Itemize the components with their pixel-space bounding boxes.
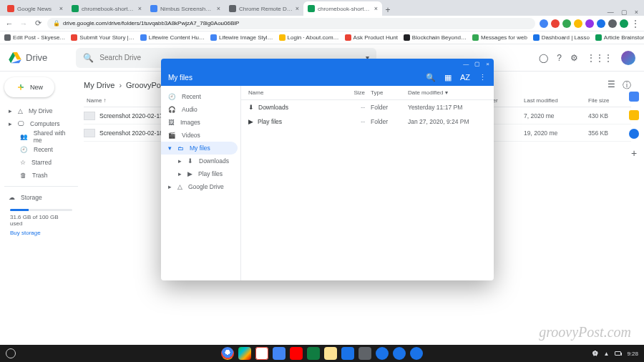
extensions: ⋮ [540,19,640,29]
close-icon[interactable]: × [486,61,489,67]
extension-icon[interactable] [597,19,605,28]
col-date[interactable]: Date modified ▾ [408,89,487,96]
chrome-icon[interactable] [221,347,234,360]
close-window-icon[interactable]: × [635,9,638,16]
sheets-icon[interactable] [307,347,320,360]
col-type[interactable]: Type [365,89,408,96]
close-icon[interactable]: × [138,5,142,12]
browser-tab[interactable]: Nimbus Screenshot App - Chro…× [146,1,225,16]
extension-icon[interactable] [608,19,617,28]
url-text: drive.google.com/drive/folders/1tuvqabb3… [63,20,239,26]
bookmark-item[interactable]: Dashboard | Lasso [533,34,590,41]
close-icon[interactable]: × [59,5,63,12]
bookmark-item[interactable]: Submit Your Story |… [71,34,134,41]
files-side-images[interactable]: 🖼Images [161,116,240,129]
sidebar-item-storage[interactable]: ☁Storage [4,191,78,204]
minimize-icon[interactable]: — [463,61,469,67]
buy-storage-link[interactable]: Buy storage [4,230,78,236]
sidebar-item-trash[interactable]: 🗑Trash [4,169,78,182]
extension-icon[interactable] [551,19,560,28]
close-icon[interactable]: × [296,5,299,12]
breadcrumb-item[interactable]: My Drive [84,81,114,89]
bookmark-item[interactable]: Ask Product Hunt [345,34,398,41]
settings-icon[interactable]: ⚙ [570,53,578,63]
bookmark-item[interactable]: Article Brainstormi… [595,34,644,41]
search-icon[interactable]: 🔍 [426,73,436,82]
bookmark-item[interactable]: Login · About.com… [279,34,339,41]
extension-icon[interactable] [540,19,548,28]
more-icon[interactable]: ⋮ [479,73,487,82]
sidebar-item-computers[interactable]: ▸🖵Computers [4,117,78,130]
sidebar-item-mydrive[interactable]: ▸△My Drive [4,104,78,117]
extension-icon[interactable] [562,19,571,28]
forward-button[interactable]: → [19,19,29,29]
app-icon[interactable] [376,347,389,360]
tasks-icon[interactable] [629,129,639,139]
app-icon[interactable] [358,347,371,360]
extension-icon[interactable] [620,19,628,28]
close-icon[interactable]: × [374,5,378,12]
bookmark-item[interactable]: Messages for web [472,34,527,41]
close-icon[interactable]: × [217,5,220,12]
play-store-icon[interactable] [238,347,251,360]
back-button[interactable]: ← [4,19,14,29]
add-icon[interactable]: + [631,147,637,159]
keep-icon[interactable] [629,110,639,120]
messages-icon[interactable] [341,347,354,360]
help-icon[interactable]: ? [557,53,562,63]
files-side-myfiles[interactable]: ▾🗀My files [161,142,238,155]
address-bar[interactable]: 🔒 drive.google.com/drive/folders/1tuvqab… [47,18,535,29]
files-side-videos[interactable]: 🎬Videos [161,129,240,142]
bookmark-item[interactable]: Edit Post - Skyese… [4,34,65,41]
files-side-audio[interactable]: 🎧Audio [161,103,240,116]
browser-tab[interactable]: Chrome Remote Desktop× [225,1,303,16]
files-side-gdrive[interactable]: ▸△Google Drive [161,180,240,193]
gmail-icon[interactable] [255,347,268,360]
apps-icon[interactable]: ⋮⋮⋮ [587,53,613,63]
maximize-icon[interactable]: ▢ [621,9,628,16]
files-row[interactable]: ▶Play files -- Folder Jan 27, 2020, 9:24… [241,114,494,129]
sidebar-item-shared[interactable]: 👥Shared with me [4,130,78,143]
minimize-icon[interactable]: — [608,9,614,16]
reload-button[interactable]: ⟳ [33,19,43,29]
sidebar-item-starred[interactable]: ☆Starred [4,156,78,169]
bookmark-item[interactable]: Lifewire Image Styl… [210,34,273,41]
browser-tab[interactable]: chromebook-shortcuts - Goog…× [67,1,146,16]
docs-icon[interactable] [273,347,286,360]
files-row[interactable]: ⬇Downloads -- Folder Yesterday 11:17 PM [241,100,494,114]
calendar-icon[interactable] [629,92,639,102]
list-view-icon[interactable]: ☰ [608,79,615,92]
col-size[interactable]: Size [336,89,365,96]
youtube-icon[interactable] [290,347,303,360]
sidebar-item-recent[interactable]: 🕘Recent [4,143,78,156]
view-toggle-icon[interactable]: ▦ [444,73,452,82]
drive-logo[interactable]: Drive [9,52,47,64]
new-tab-button[interactable]: + [382,4,394,16]
support-icon[interactable]: ◯ [539,53,548,63]
maximize-icon[interactable]: ▢ [474,61,480,67]
files-side-playfiles[interactable]: ▸▶Play files [161,167,240,180]
browser-tab-active[interactable]: chromebook-shortcuts - Goog…× [303,1,382,16]
launcher-button[interactable] [6,348,16,358]
browser-tab[interactable]: Google News× [3,1,67,16]
menu-icon[interactable]: ⋮ [631,19,640,29]
extension-icon[interactable] [574,19,582,28]
tab-label: Nimbus Screenshot App - Chro… [160,6,214,12]
system-tray[interactable]: ⓿ ▲ 9:28 [592,351,639,357]
extension-icon[interactable] [585,19,594,28]
bookmark-item[interactable]: Blockchain Beyond… [404,34,467,41]
col-modified[interactable]: Last modified [524,97,588,104]
app-icon[interactable] [324,347,337,360]
notification-icon[interactable]: ⓿ [592,351,598,357]
files-icon[interactable] [393,347,406,360]
sidebar-label: Trash [32,172,47,179]
new-button[interactable]: ＋New [4,77,54,97]
bookmark-item[interactable]: Lifewire Content Hu… [140,34,205,41]
sort-icon[interactable]: AZ [460,73,470,82]
chevron-right-icon: ▸ [168,183,172,190]
files-side-recent[interactable]: 🕘Recent [161,90,240,103]
col-name[interactable]: Name [248,89,336,96]
account-avatar[interactable] [621,51,635,65]
files-side-downloads[interactable]: ▸⬇Downloads [161,155,240,167]
settings-icon[interactable] [410,347,423,360]
